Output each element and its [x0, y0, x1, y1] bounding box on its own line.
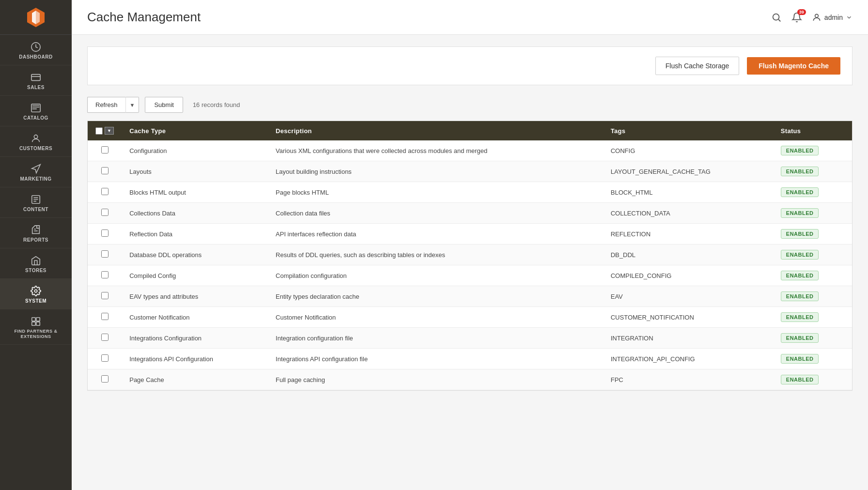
select-dropdown-icon[interactable]: ▼	[105, 127, 114, 135]
admin-menu-button[interactable]: admin	[812, 13, 852, 22]
sidebar-item-label: FIND PARTNERS & EXTENSIONS	[4, 329, 68, 339]
sidebar-item-label: REPORTS	[23, 237, 48, 243]
refresh-button[interactable]: Refresh	[87, 97, 125, 113]
table-row: Customer NotificationCustomer Notificati…	[88, 307, 852, 328]
table-row: EAV types and attributesEntity types dec…	[88, 286, 852, 307]
row-checkbox[interactable]	[101, 354, 108, 362]
cell-tags: INTEGRATION	[603, 328, 773, 349]
sidebar-item-extensions[interactable]: FIND PARTNERS & EXTENSIONS	[0, 309, 72, 345]
row-checkbox[interactable]	[101, 188, 108, 195]
sidebar-item-customers[interactable]: CUSTOMERS	[0, 126, 72, 157]
row-checkbox-cell[interactable]	[88, 369, 122, 390]
row-checkbox[interactable]	[101, 271, 108, 278]
row-checkbox-cell[interactable]	[88, 182, 122, 203]
catalog-icon	[31, 103, 41, 113]
select-all-checkbox[interactable]	[95, 127, 103, 135]
sidebar-item-marketing[interactable]: MARKETING	[0, 157, 72, 187]
row-checkbox[interactable]	[101, 334, 108, 341]
table-row: Database DDL operationsResults of DDL qu…	[88, 245, 852, 265]
records-count: 16 records found	[193, 101, 240, 108]
notifications-button[interactable]: 39	[791, 12, 802, 23]
cell-status: ENABLED	[773, 349, 852, 369]
row-checkbox[interactable]	[101, 146, 108, 153]
cell-cache-type: Configuration	[122, 140, 268, 161]
toolbar: Refresh ▼ Submit 16 records found	[87, 97, 852, 113]
row-checkbox[interactable]	[101, 250, 108, 258]
cell-status: ENABLED	[773, 328, 852, 349]
row-checkbox-cell[interactable]	[88, 265, 122, 286]
status-badge[interactable]: ENABLED	[781, 291, 819, 301]
row-checkbox[interactable]	[101, 167, 108, 174]
cell-tags: EAV	[603, 286, 773, 307]
sidebar-item-sales[interactable]: SALES	[0, 65, 72, 96]
status-badge[interactable]: ENABLED	[781, 354, 819, 364]
sidebar-item-label: DASHBOARD	[19, 54, 53, 60]
table-body: ConfigurationVarious XML configurations …	[88, 140, 852, 390]
status-badge[interactable]: ENABLED	[781, 187, 819, 197]
cell-tags: BLOCK_HTML	[603, 182, 773, 203]
row-checkbox-cell[interactable]	[88, 140, 122, 161]
cell-cache-type: EAV types and attributes	[122, 286, 268, 307]
table-row: Collections DataCollection data filesCOL…	[88, 203, 852, 224]
row-checkbox-cell[interactable]	[88, 349, 122, 369]
cell-tags: REFLECTION	[603, 224, 773, 245]
cell-status: ENABLED	[773, 182, 852, 203]
row-checkbox-cell[interactable]	[88, 203, 122, 224]
table-row: Integrations ConfigurationIntegration co…	[88, 328, 852, 349]
sidebar-item-dashboard[interactable]: DASHBOARD	[0, 35, 72, 65]
row-checkbox-cell[interactable]	[88, 307, 122, 328]
status-badge[interactable]: ENABLED	[781, 250, 819, 260]
status-badge[interactable]: ENABLED	[781, 167, 819, 176]
header-actions: 39 admin	[771, 12, 852, 23]
cell-description: Compilation configuration	[268, 265, 603, 286]
cell-description: Layout building instructions	[268, 161, 603, 182]
cell-cache-type: Layouts	[122, 161, 268, 182]
cell-description: Results of DDL queries, such as describi…	[268, 245, 603, 265]
dropdown-arrow-icon: ▼	[130, 102, 135, 108]
row-checkbox[interactable]	[101, 209, 108, 216]
content-icon	[31, 194, 41, 205]
row-checkbox-cell[interactable]	[88, 245, 122, 265]
row-checkbox[interactable]	[101, 230, 108, 237]
status-badge[interactable]: ENABLED	[781, 375, 819, 384]
notification-count: 39	[797, 9, 806, 15]
status-badge[interactable]: ENABLED	[781, 229, 819, 239]
cell-description: Page blocks HTML	[268, 182, 603, 203]
row-checkbox[interactable]	[101, 313, 108, 320]
status-badge[interactable]: ENABLED	[781, 312, 819, 322]
sidebar-item-stores[interactable]: STORES	[0, 248, 72, 279]
row-checkbox[interactable]	[101, 292, 108, 299]
select-all-header[interactable]: ▼	[88, 121, 122, 140]
submit-button[interactable]: Submit	[145, 97, 183, 113]
customers-icon	[31, 133, 41, 144]
refresh-group: Refresh ▼	[87, 97, 139, 113]
status-badge[interactable]: ENABLED	[781, 208, 819, 218]
sidebar-item-system[interactable]: SYSTEM	[0, 279, 72, 309]
status-badge[interactable]: ENABLED	[781, 333, 819, 343]
cache-table-wrapper: ▼ Cache Type Description Tags Status Con…	[87, 121, 852, 391]
sidebar-item-reports[interactable]: REPORTS	[0, 218, 72, 248]
col-tags: Tags	[603, 121, 773, 140]
svg-rect-9	[32, 318, 35, 321]
svg-point-13	[773, 14, 779, 20]
row-checkbox-cell[interactable]	[88, 224, 122, 245]
status-badge[interactable]: ENABLED	[781, 271, 819, 280]
row-checkbox-cell[interactable]	[88, 286, 122, 307]
refresh-dropdown-button[interactable]: ▼	[125, 97, 140, 113]
row-checkbox-cell[interactable]	[88, 328, 122, 349]
status-badge[interactable]: ENABLED	[781, 146, 819, 155]
col-cache-type: Cache Type	[122, 121, 268, 140]
cell-cache-type: Blocks HTML output	[122, 182, 268, 203]
cell-tags: COLLECTION_DATA	[603, 203, 773, 224]
sidebar-item-content[interactable]: CONTENT	[0, 187, 72, 218]
flush-cache-storage-button[interactable]: Flush Cache Storage	[655, 57, 740, 75]
logo[interactable]	[0, 0, 72, 35]
row-checkbox-cell[interactable]	[88, 161, 122, 182]
sidebar-item-catalog[interactable]: CATALOG	[0, 96, 72, 126]
svg-rect-10	[36, 318, 40, 321]
content-area: Flush Cache Storage Flush Magento Cache …	[72, 35, 868, 402]
flush-magento-cache-button[interactable]: Flush Magento Cache	[747, 57, 840, 75]
sidebar-item-label: CONTENT	[23, 207, 48, 213]
row-checkbox[interactable]	[101, 375, 108, 383]
search-button[interactable]	[771, 12, 782, 23]
